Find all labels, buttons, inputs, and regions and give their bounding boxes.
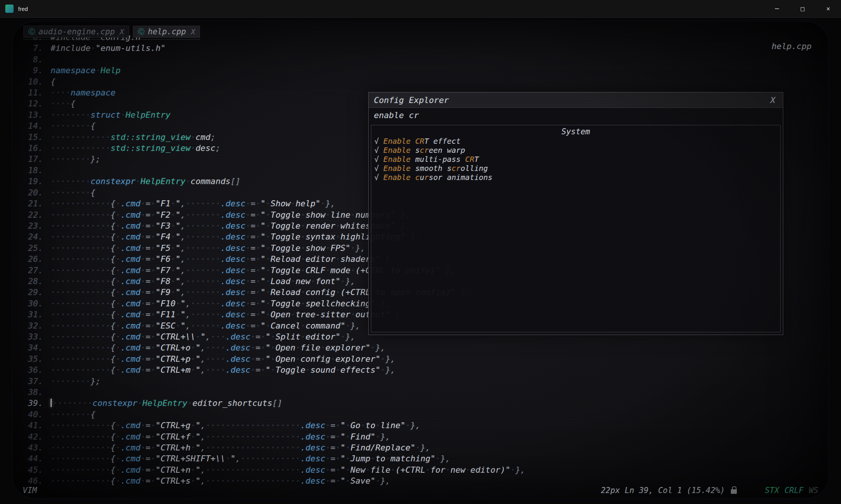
- code-text: namespace·Help: [51, 65, 120, 76]
- tab-close-icon[interactable]: X: [120, 28, 124, 36]
- code-line[interactable]: 37.········};: [19, 376, 825, 387]
- code-line[interactable]: 45.············{·.cmd·=·"CTRL+n·",······…: [19, 464, 825, 475]
- line-number: 33.: [19, 331, 43, 342]
- code-text: ········};: [51, 376, 100, 387]
- cpp-file-icon: Ⓒ: [138, 27, 145, 36]
- line-number: 28.: [19, 276, 43, 287]
- checkbox-checked-icon[interactable]: √: [374, 173, 383, 182]
- vim-mode-indicator: VIM: [23, 486, 37, 495]
- line-number: 43.: [19, 442, 43, 453]
- line-number: 37.: [19, 376, 43, 387]
- checkbox-checked-icon[interactable]: √: [374, 137, 383, 146]
- option-label: smooth s: [411, 164, 451, 173]
- tab-help-cpp[interactable]: Ⓒ help.cpp X: [133, 26, 200, 38]
- line-number: 26.: [19, 254, 43, 264]
- option-label: multi-pass: [411, 155, 465, 164]
- match-highlight: Enable: [383, 164, 411, 173]
- code-line[interactable]: 9.namespace·Help: [19, 65, 825, 76]
- line-number: 12.: [19, 98, 43, 109]
- code-line[interactable]: 40.········{: [19, 409, 825, 420]
- config-option[interactable]: √ Enable smooth scrolling: [371, 164, 780, 173]
- maximize-button[interactable]: □: [790, 0, 815, 17]
- code-line[interactable]: 35.············{·.cmd·=·"CTRL+p·",····.d…: [19, 353, 825, 364]
- checkbox-checked-icon[interactable]: √: [374, 164, 383, 173]
- match-highlight: c: [415, 173, 420, 182]
- checkbox-checked-icon[interactable]: √: [374, 146, 383, 155]
- window-controls: ─ □ ×: [764, 0, 841, 17]
- line-number: 34.: [19, 342, 43, 353]
- config-option[interactable]: √ Enable multi-pass CRT: [371, 155, 780, 164]
- line-number: 24.: [19, 231, 43, 242]
- code-text: ············{·.cmd·=·"CTRL+h·",·········…: [51, 442, 430, 453]
- code-text: ············{·.cmd·=·"CTRL+m·",····.desc…: [51, 364, 395, 375]
- config-option[interactable]: √ Enable CRT effect: [371, 137, 780, 146]
- line-number: 14.: [19, 120, 43, 131]
- line-number: 11.: [19, 87, 43, 98]
- code-text: #include·"enum-utils.h": [51, 43, 166, 54]
- line-number: 18.: [19, 165, 43, 176]
- config-option[interactable]: √ Enable screen warp: [371, 146, 780, 155]
- line-number: 32.: [19, 320, 43, 331]
- option-label: sor animations: [429, 173, 493, 182]
- code-text: ············std::string_view·desc;: [51, 143, 220, 154]
- line-number: 21.: [19, 198, 43, 209]
- line-number: 30.: [19, 298, 43, 309]
- code-text: [51, 165, 55, 176]
- line-number: 39.: [19, 398, 43, 409]
- tab-label: help.cpp: [148, 27, 186, 36]
- code-text: ············{·.cmd·=·"F5·",·······.desc·…: [51, 243, 366, 254]
- match-highlight: Enable: [383, 173, 411, 182]
- match-highlight: Enable: [383, 155, 411, 164]
- code-line[interactable]: 46.············{·.cmd·=·"CTRL+s·",······…: [19, 475, 825, 486]
- config-options-list: System √ Enable CRT effect√ Enable scree…: [371, 125, 781, 332]
- cpp-file-icon: Ⓒ: [28, 27, 35, 36]
- status-flag-crlf: CRLF: [784, 486, 804, 495]
- tab-close-icon[interactable]: X: [191, 28, 195, 36]
- code-text: ············{·.cmd·=·"CTRL+p·",····.desc…: [51, 353, 395, 364]
- code-text: ············{·.cmd·=·"CTRL+g·",·········…: [51, 420, 420, 431]
- code-line[interactable]: 10.{: [19, 76, 825, 87]
- code-text: ············std::string_view·cmd;: [51, 132, 215, 143]
- code-line[interactable]: 44.············{·.cmd·=·"CTRL+SHIFT+\\·"…: [19, 453, 825, 464]
- code-text: ············{·.cmd·=·"CTRL+o·",····.desc…: [51, 342, 386, 353]
- match-highlight: Enable: [383, 146, 411, 155]
- code-line[interactable]: 8.: [19, 54, 825, 65]
- code-text: ········struct·HelpEntry: [51, 109, 171, 120]
- line-number: 23.: [19, 220, 43, 231]
- code-line[interactable]: 43.············{·.cmd·=·"CTRL+h·",······…: [19, 442, 825, 453]
- code-line[interactable]: 7.#include·"enum-utils.h": [19, 43, 825, 54]
- config-section-header: System: [371, 127, 780, 137]
- config-search-input[interactable]: enable cr: [369, 108, 783, 122]
- config-option[interactable]: √ Enable cursor animations: [371, 173, 780, 182]
- line-number: 27.: [19, 265, 43, 276]
- option-label: T effect: [424, 137, 460, 146]
- code-line[interactable]: 38.: [19, 387, 825, 398]
- option-label: [411, 173, 415, 182]
- line-number: 44.: [19, 453, 43, 464]
- lock-icon: [731, 489, 737, 494]
- file-flags: STXCRLFWS: [765, 486, 818, 495]
- close-button[interactable]: ×: [815, 0, 841, 17]
- code-line[interactable]: 36.············{·.cmd·=·"CTRL+m·",····.d…: [19, 364, 825, 375]
- code-text: ····{: [51, 98, 75, 109]
- status-flag-ws: WS: [809, 486, 818, 495]
- tab-bar: Ⓒ audio-engine.cpp X Ⓒ help.cpp X: [23, 26, 200, 40]
- tab-audio-engine-cpp[interactable]: Ⓒ audio-engine.cpp X: [23, 26, 129, 38]
- option-label: u: [420, 173, 424, 182]
- line-number: 10.: [19, 76, 43, 87]
- line-number: 36.: [19, 364, 43, 375]
- code-line[interactable]: 41.············{·.cmd·=·"CTRL+g·",······…: [19, 420, 825, 431]
- option-label: olling: [461, 164, 488, 173]
- match-highlight: CR: [465, 155, 474, 164]
- code-line[interactable]: 39.········constexpr·HelpEntry·editor_sh…: [19, 398, 825, 409]
- code-text: ············{·.cmd·=·"F4·",·······.desc·…: [51, 231, 420, 242]
- code-text: ············{·.cmd·=·"F2·",·······.desc·…: [51, 209, 411, 220]
- panel-close-button[interactable]: X: [770, 95, 778, 105]
- checkbox-checked-icon[interactable]: √: [374, 155, 383, 164]
- minimize-button[interactable]: ─: [764, 0, 790, 17]
- line-number: 31.: [19, 309, 43, 320]
- code-text: ········{: [51, 409, 95, 420]
- match-highlight: Enable: [383, 137, 411, 146]
- code-line[interactable]: 34.············{·.cmd·=·"CTRL+o·",····.d…: [19, 342, 825, 353]
- code-line[interactable]: 42.············{·.cmd·=·"CTRL+f·",······…: [19, 431, 825, 442]
